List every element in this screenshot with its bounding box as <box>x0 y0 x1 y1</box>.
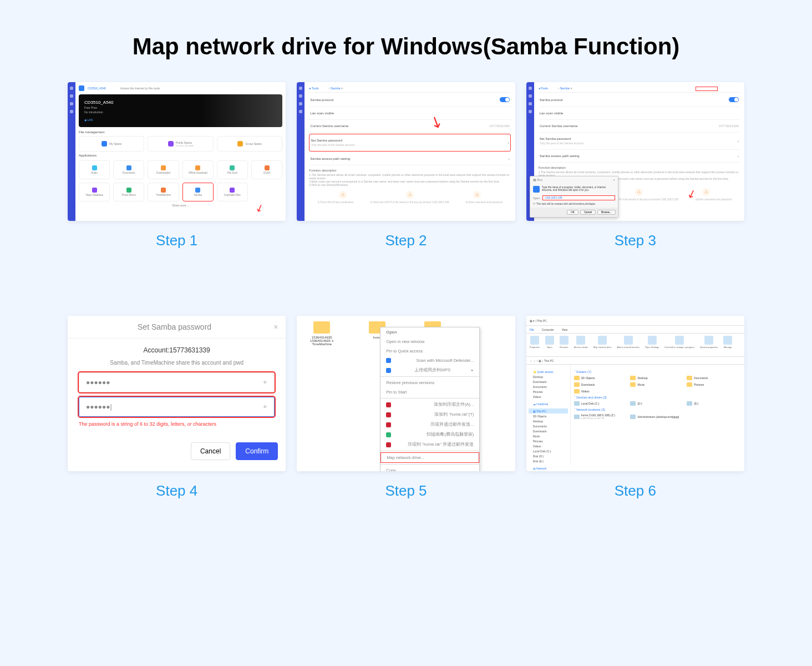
step4-screenshot: Set Samba password× Account:15773631339 … <box>68 316 286 471</box>
menu-item[interactable]: Open <box>380 327 479 337</box>
eye-icon[interactable]: 👁 <box>263 380 267 385</box>
step5-screenshot: 15364014635 15364014635 's TimeMachineho… <box>297 316 515 471</box>
step1-screenshot: CD3510_A540Access the Internet by this n… <box>68 82 286 221</box>
menu-item[interactable]: Map network drive... <box>380 452 479 463</box>
menu-item[interactable]: Pin to Start <box>380 387 479 397</box>
step-label: Step 6 <box>526 482 744 500</box>
password-confirm-input[interactable]: ●●●●●●|👁 <box>79 397 275 417</box>
page-title: Map network drive for Windows(Samba Func… <box>11 33 801 60</box>
context-menu: OpenOpen in new windowPin to Quick acces… <box>380 327 480 471</box>
menu-item[interactable]: 压缩并通过邮件发送... <box>380 420 479 430</box>
step3-screenshot: ◂ Tools▫ Samba × Samba protocol Lan scan… <box>526 82 744 221</box>
step-label: Step 3 <box>526 232 744 249</box>
menu-item[interactable]: 添加到 "home.rar"(T) <box>380 410 479 420</box>
close-icon[interactable]: × <box>273 322 278 331</box>
step-label: Step 4 <box>68 482 286 500</box>
menu-item[interactable]: 压缩到 "home.rar" 并通过邮件发送 <box>380 440 479 450</box>
menu-item[interactable]: 上传或同步到WPS▸ <box>380 365 479 375</box>
step-label: Step 2 <box>297 232 515 249</box>
menu-item[interactable]: Restore previous versions <box>380 378 479 387</box>
password-input[interactable]: ●●●●●●👁 <box>79 372 275 392</box>
run-dialog: ▦ Run× Type the name of a program, folde… <box>530 176 618 218</box>
menu-item[interactable]: 扫描病毒(腾讯电脑管家) <box>380 430 479 440</box>
step-label: Step 5 <box>297 482 515 500</box>
eye-icon[interactable]: 👁 <box>263 405 267 410</box>
cancel-button[interactable]: Cancel <box>191 442 230 460</box>
confirm-button[interactable]: Confirm <box>236 442 278 460</box>
cancel-button[interactable]: Cancel <box>580 210 596 215</box>
menu-item[interactable]: Open in new window <box>380 337 479 346</box>
menu-item[interactable]: Pin to Quick access <box>380 346 479 356</box>
menu-item[interactable]: 添加到压缩文件(A)... <box>380 400 479 410</box>
highlight-box <box>696 87 718 91</box>
menu-item[interactable]: Scan with Microsoft Defender... <box>380 356 479 365</box>
step6-screenshot: ▦ ▾ | This PC FileComputerView Propertie… <box>526 316 744 471</box>
step-label: Step 1 <box>68 232 286 249</box>
menu-item[interactable]: Copy <box>380 466 479 471</box>
step2-screenshot: ◂ Tools▫ Samba × Samba protocol Lan scan… <box>297 82 515 221</box>
browse-button[interactable]: Browse... <box>597 210 616 215</box>
ok-button[interactable]: OK <box>567 210 578 215</box>
